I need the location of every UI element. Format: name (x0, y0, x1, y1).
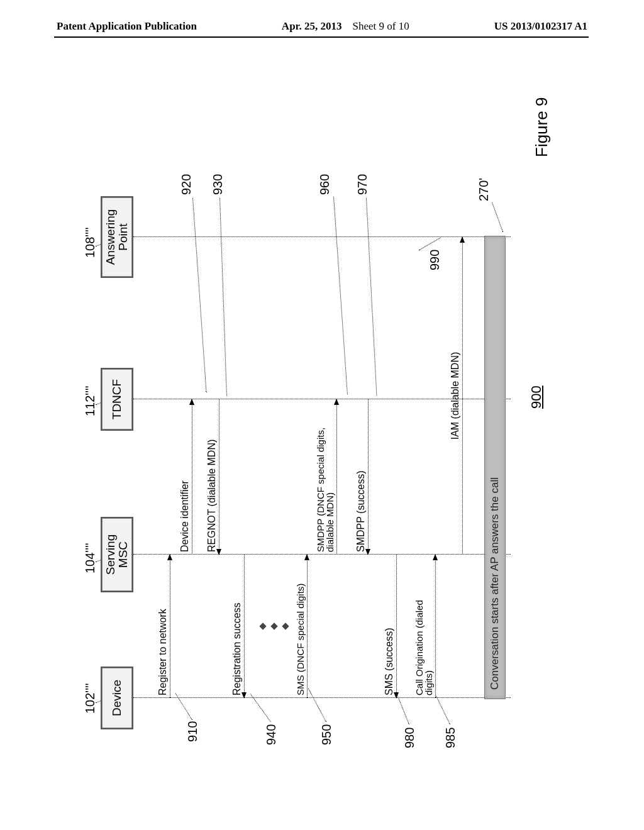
ref-920: 920 (179, 174, 194, 195)
ref-940: 940 (264, 724, 279, 745)
msg-text: SMS (success) (384, 557, 395, 695)
ref-930: 930 (211, 174, 225, 195)
sheet-number: Sheet 9 of 10 (353, 20, 409, 32)
ellipsis-dot-icon (282, 622, 289, 629)
ref-970: 970 (355, 174, 370, 195)
ref-980: 980 (402, 728, 417, 748)
msg-text: Device identifier (180, 402, 191, 552)
actor-ref-device: 102'''' (83, 683, 97, 714)
figure-caption: Figure 9 (532, 97, 552, 157)
publication-number: US 2013/0102317 A1 (494, 20, 587, 33)
lifeline-ap (133, 236, 511, 237)
msg-text: Register to network (158, 557, 169, 695)
leader-icon (219, 198, 227, 396)
ref-990: 990 (428, 250, 442, 270)
actor-ref-tdncf: 112'''' (83, 385, 97, 416)
lifeline-msc (133, 554, 511, 555)
ref-910: 910 (186, 721, 200, 742)
actor-label: Device (111, 680, 123, 716)
publication-date: Apr. 25, 2013 (282, 20, 342, 32)
leader-icon (308, 689, 326, 722)
ref-950: 950 (319, 724, 334, 745)
ellipsis-dot-icon (259, 622, 266, 629)
header-rule (54, 36, 589, 38)
sequence-diagram: 102'''' 104'''' 112'''' 108'''' Device S… (82, 82, 560, 748)
ref-960: 960 (318, 174, 332, 195)
conversation-text: Conversation starts after AP answers the… (489, 477, 501, 690)
leader-icon (397, 695, 409, 724)
msg-text: SMDPP (success) (356, 402, 367, 552)
msg-text: Call Origination (dialed digits) (414, 557, 435, 695)
actor-box-ap: Answering Point (101, 196, 133, 278)
msg-text: SMS (DNCF special digits) (296, 557, 306, 695)
conversation-bar: Conversation starts after AP answers the… (484, 236, 506, 699)
actor-box-tdncf: TDNCF (101, 368, 133, 431)
publication-label: Patent Application Publication (57, 20, 197, 33)
leader-icon (333, 197, 348, 394)
lifeline-device (133, 697, 511, 698)
diagram-id: 900 (528, 385, 545, 409)
actor-label: TDNCF (111, 379, 123, 419)
leader-icon (366, 198, 377, 396)
msg-text: REGNOT (dialable MDN) (207, 402, 218, 552)
actor-label: Serving MSC (104, 534, 130, 575)
leader-icon (492, 202, 503, 232)
ref-270prime: 270' (477, 178, 491, 201)
actor-ref-ap: 108'''' (83, 227, 97, 258)
page-header: Patent Application Publication Apr. 25, … (0, 20, 644, 33)
actor-box-msc: Serving MSC (101, 517, 133, 592)
msg-text: SMDPP (DNCF special digits, dialable MDN… (316, 402, 336, 552)
ellipsis-dot-icon (270, 622, 277, 629)
actor-box-device: Device (101, 667, 133, 729)
leader-icon (436, 696, 450, 724)
leader-icon (419, 238, 441, 251)
actor-ref-msc: 104'''' (83, 543, 97, 573)
msg-text: IAM (dialable MDN) (450, 240, 461, 552)
leader-icon (192, 198, 207, 392)
actor-label: Answering Point (104, 209, 130, 265)
msg-text: Registration success (232, 557, 243, 695)
ref-985: 985 (443, 728, 458, 748)
